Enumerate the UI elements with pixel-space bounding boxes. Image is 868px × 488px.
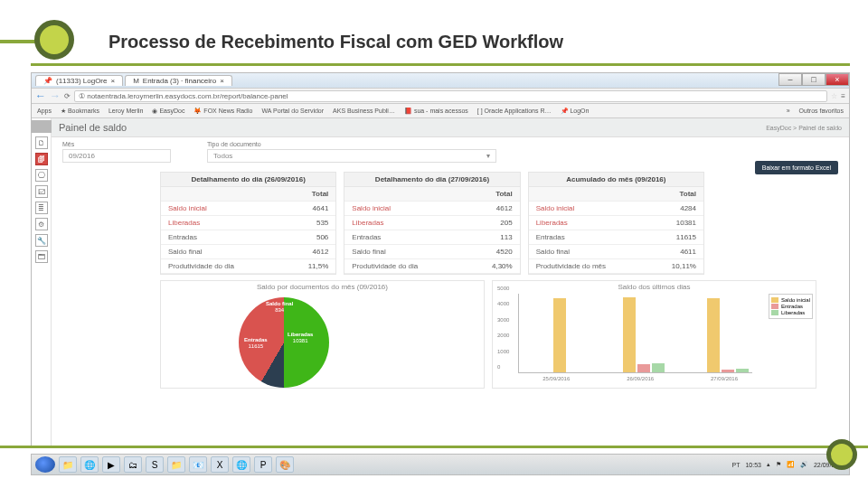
bookmark-item[interactable]: [ ] Oracle Applications R…: [477, 108, 552, 114]
close-icon[interactable]: ×: [220, 77, 224, 85]
page-title: Painel de saldo: [59, 122, 127, 133]
bookmark-item[interactable]: Leroy Merlin: [108, 108, 144, 114]
row-value: 113: [500, 233, 512, 241]
browser-tab[interactable]: 📌 (11333) LogOre ×: [35, 75, 123, 86]
sidebar-icon-wrench[interactable]: 🔧: [35, 234, 48, 247]
taskbar-app-icon[interactable]: S: [146, 456, 164, 473]
reload-icon[interactable]: ⟳: [64, 92, 71, 100]
bookmark-item[interactable]: ◉ EasyDoc: [152, 108, 184, 115]
bookmark-item[interactable]: ★ Bookmarks: [61, 108, 99, 115]
tray-volume-icon[interactable]: 🔊: [800, 461, 808, 468]
panel-title: Acumulado do mês (09/2016): [529, 173, 703, 187]
start-button[interactable]: [35, 456, 55, 473]
x-tick: 25/09/2016: [542, 376, 570, 381]
tray-chevron-up-icon[interactable]: ▴: [767, 461, 770, 468]
window-minimize-button[interactable]: –: [778, 73, 802, 86]
legend-item: Entradas: [781, 304, 803, 309]
bookmark-item[interactable]: 📕 sua - mais acessos: [404, 108, 468, 115]
bar-legend: Saldo inicial Entradas Liberadas: [769, 294, 813, 319]
panel-month: Acumulado do mês (09/2016) Total Saldo i…: [528, 172, 704, 275]
sidebar-icon-doc[interactable]: 🗋: [35, 136, 48, 149]
sidebar-icon-window[interactable]: 🗔: [35, 250, 48, 263]
sidebar-icon-chart[interactable]: 🗠: [35, 185, 48, 198]
bar-title: Saldo dos últimos dias: [493, 281, 816, 293]
taskbar-app-icon[interactable]: 📧: [189, 456, 207, 473]
row-value: 4520: [496, 248, 513, 256]
nav-back-icon[interactable]: ←: [35, 89, 46, 102]
bar-saldoinicial: [553, 298, 566, 372]
taskbar-app-icon[interactable]: P: [254, 456, 272, 473]
menu-icon[interactable]: ≡: [841, 92, 845, 100]
close-icon[interactable]: ×: [110, 77, 115, 85]
taskbar-app-icon[interactable]: 🌐: [80, 456, 99, 473]
pie-chart: Saldo por documentos do mês (09/2016) Li…: [160, 280, 485, 389]
row-label: Liberadas: [168, 219, 200, 227]
y-tick: 1000: [497, 349, 509, 354]
bookmark-item[interactable]: 📌 LogOn: [561, 108, 590, 115]
window-maximize-button[interactable]: □: [802, 73, 826, 86]
bar-entradas: [637, 364, 650, 372]
bookmark-item[interactable]: Apps: [37, 108, 52, 114]
url-field[interactable]: ① notaentrada.leroymerlin.easydocs.com.b…: [74, 90, 827, 102]
bar-axes: 0 1000 2000 3000 4000 5000: [518, 294, 752, 373]
taskbar-app-icon[interactable]: 📁: [59, 456, 77, 473]
bookmark-overflow[interactable]: »: [787, 108, 790, 114]
bar-liberadas: [652, 363, 665, 372]
row-value: 4612: [313, 248, 329, 256]
y-tick: 5000: [497, 286, 509, 291]
bookmark-item[interactable]: AKS Business Publi…: [333, 108, 395, 114]
bar-cluster: [617, 297, 671, 372]
row-label: Liberadas: [352, 219, 383, 227]
row-label: Saldo inicial: [536, 204, 575, 212]
nav-forward-icon[interactable]: →: [50, 89, 61, 102]
taskbar-app-icon[interactable]: X: [211, 456, 229, 473]
bar-cluster: [701, 298, 755, 372]
export-excel-button[interactable]: Baixar em formato Excel: [755, 161, 838, 174]
row-label: Saldo inicial: [168, 204, 207, 212]
browser-tab[interactable]: M Entrada (3) · financeiro ×: [125, 75, 232, 86]
tab-label: Entrada (3) · financeiro: [143, 77, 216, 85]
row-value: 4611: [680, 248, 696, 256]
tray-time[interactable]: 10:53: [745, 462, 761, 468]
bookmark-item[interactable]: WA Portal do Servidor: [261, 108, 324, 114]
row-value: 11615: [676, 233, 696, 241]
taskbar-app-icon[interactable]: ▶: [102, 456, 120, 473]
row-label: Entradas: [536, 233, 565, 241]
tray-network-icon[interactable]: 📶: [787, 461, 795, 468]
pie-slice-label: Entradas11615: [244, 337, 268, 349]
taskbar-app-icon[interactable]: 🗂: [124, 456, 142, 473]
sidebar-icon-docs[interactable]: 🗐: [35, 153, 48, 165]
bar-cluster: [533, 298, 587, 372]
tray-flag-icon[interactable]: ⚑: [776, 461, 781, 468]
taskbar-app-icon[interactable]: 🌐: [232, 456, 250, 473]
window-close-button[interactable]: ×: [826, 73, 849, 86]
bookmark-item[interactable]: Outros favoritos: [799, 108, 844, 114]
pie-title: Saldo por documentos do mês (09/2016): [161, 281, 484, 293]
taskbar-app-icon[interactable]: 🎨: [276, 456, 294, 473]
sidebar-icon-list[interactable]: ≣: [35, 202, 48, 214]
panel-day-27: Detalhamento do dia (27/09/2016) Total S…: [344, 172, 520, 275]
bar-liberadas: [736, 369, 749, 372]
sidebar-icon-gear[interactable]: ⚙: [35, 218, 48, 230]
address-bar: ← → ⟳ ① notaentrada.leroymerlin.easydocs…: [32, 88, 849, 104]
slide-bottom-line: [0, 446, 868, 448]
row-label: Entradas: [352, 233, 381, 241]
x-tick: 27/09/2016: [711, 376, 738, 381]
bookmark-item[interactable]: 🦊 FOX News Radio: [193, 108, 252, 115]
filter-month-label: Mês: [62, 141, 171, 147]
taskbar-app-icon[interactable]: 📁: [167, 456, 185, 473]
bookmark-star-icon[interactable]: ☆: [831, 92, 837, 100]
row-label: Saldo final: [536, 248, 570, 256]
panel-title: Detalhamento do dia (26/09/2016): [161, 173, 335, 187]
tab-icon: M: [133, 77, 139, 85]
sidebar-icon-monitor[interactable]: 🖵: [35, 169, 48, 182]
filter-type-field[interactable]: Todos ▾: [207, 149, 496, 163]
filter-month-field[interactable]: 09/2016: [62, 149, 171, 163]
row-label: Entradas: [168, 233, 197, 241]
y-tick: 0: [497, 364, 500, 370]
row-label: Saldo inicial: [352, 204, 391, 212]
panel-title: Detalhamento do dia (27/09/2016): [344, 173, 519, 187]
row-value: 4284: [680, 204, 696, 212]
tray-lang[interactable]: PT: [731, 462, 740, 468]
x-tick: 26/09/2016: [627, 376, 654, 381]
